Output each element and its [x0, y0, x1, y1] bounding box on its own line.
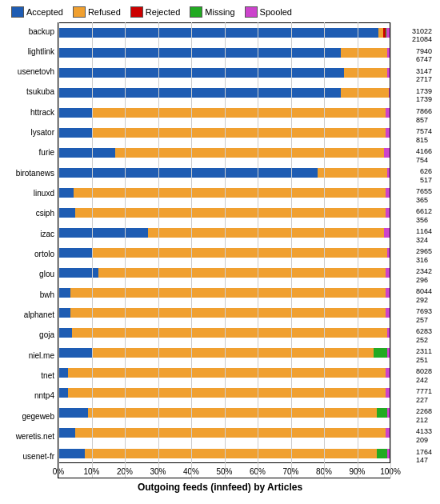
segment-missing: [374, 348, 387, 358]
segment-refused: [68, 388, 385, 398]
bar-value-label: 79406747: [416, 47, 432, 65]
segment-accepted: [58, 128, 92, 138]
segment-accepted: [58, 408, 88, 418]
bars-area: 3102221084794067473147271717391739786685…: [58, 22, 390, 478]
legend-item-accepted: Accepted: [11, 6, 63, 18]
segment-accepted: [58, 28, 378, 38]
bar-value-label: 7574815: [416, 127, 432, 145]
bar-value-label: 8044292: [416, 287, 432, 305]
bar-value-label: 3102221084: [412, 27, 432, 45]
legend-label: Spooled: [260, 7, 292, 17]
bar-value-label: 4133209: [416, 427, 432, 445]
bar-value-label: 2268212: [416, 407, 432, 425]
segment-refused: [92, 108, 386, 118]
y-label-lysator: lysator: [3, 126, 58, 140]
bar-value-label: 2311251: [416, 347, 432, 365]
segment-accepted: [58, 108, 92, 118]
segment-refused: [85, 449, 377, 458]
segment-refused: [75, 428, 386, 438]
segment-accepted: [58, 48, 341, 58]
bar-value-label: 6612356: [416, 207, 432, 225]
legend-color: [11, 6, 24, 18]
segment-accepted: [58, 428, 75, 438]
segment-missing: [377, 408, 386, 418]
segment-accepted: [58, 308, 70, 318]
legend-item-refused: Refused: [73, 6, 121, 18]
bar-value-label: 8028242: [416, 367, 432, 385]
segment-refused: [341, 48, 387, 58]
segment-refused: [92, 248, 387, 258]
grid-line: [225, 22, 226, 478]
y-label-usenetovh: usenetovh: [3, 65, 58, 79]
y-label-csiph: csiph: [3, 206, 58, 221]
legend-color: [73, 6, 86, 18]
bar-value-label: 7866857: [416, 107, 432, 125]
legend-label: Accepted: [26, 7, 63, 17]
segment-accepted: [58, 368, 68, 378]
segment-accepted: [58, 348, 92, 358]
grid-line: [358, 22, 358, 478]
y-label-glou: glou: [3, 267, 58, 282]
grid-line: [191, 22, 192, 478]
legend-color: [130, 6, 143, 18]
bar-value-label: 7693257: [416, 307, 432, 325]
y-label-niel.me: niel.me: [3, 348, 58, 362]
segment-refused: [70, 288, 386, 298]
y-label-backup: backup: [3, 24, 58, 38]
segment-missing: [377, 449, 386, 458]
legend: AcceptedRefusedRejectedMissingSpooled: [3, 6, 437, 18]
segment-accepted: [58, 148, 115, 158]
y-label-usenet-fr: usenet-fr: [3, 450, 58, 464]
bar-value-label: 2965316: [416, 247, 432, 265]
y-label-alphanet: alphanet: [3, 308, 58, 322]
x-axis-title: Outgoing feeds (innfeed) by Articles: [3, 482, 437, 493]
segment-accepted: [58, 388, 68, 398]
bar-value-label: 626517: [420, 167, 432, 185]
y-label-furie: furie: [3, 146, 58, 160]
segment-spooled: [384, 228, 390, 238]
segment-accepted: [58, 88, 341, 98]
grid-line: [158, 22, 159, 478]
y-label-goja: goja: [3, 328, 58, 342]
bar-value-label: 7655365: [416, 187, 432, 205]
bar-value-label: 2342296: [416, 267, 432, 285]
bar-value-label: 1764147: [416, 448, 432, 466]
segment-accepted: [58, 68, 344, 78]
grid-line: [291, 22, 292, 478]
segment-refused: [74, 188, 386, 198]
segment-refused: [92, 128, 386, 138]
bar-value-label: 17391739: [416, 87, 432, 105]
chart-container: AcceptedRefusedRejectedMissingSpooled ba…: [0, 0, 440, 504]
y-axis-labels: backuplightlinkusenetovhtsukubahttrackly…: [3, 22, 58, 478]
segment-accepted: [58, 328, 72, 338]
legend-item-rejected: Rejected: [130, 6, 180, 18]
y-label-httrack: httrack: [3, 105, 58, 119]
legend-item-missing: Missing: [190, 6, 234, 18]
segment-accepted: [58, 449, 85, 458]
y-label-nntp4: nntp4: [3, 389, 58, 403]
y-label-izac: izac: [3, 226, 58, 241]
bar-value-label: 7771227: [416, 387, 432, 405]
y-label-ortolo: ortolo: [3, 247, 58, 262]
legend-color: [190, 6, 202, 18]
segment-refused: [68, 368, 385, 378]
segment-refused: [75, 208, 386, 218]
segment-refused: [72, 328, 387, 338]
legend-label: Refused: [88, 7, 121, 17]
grid-line: [92, 22, 93, 478]
legend-item-spooled: Spooled: [245, 6, 292, 18]
y-label-bwh: bwh: [3, 287, 58, 302]
grid-line: [58, 22, 59, 478]
bar-value-label: 4166754: [416, 147, 432, 165]
y-label-lightlink: lightlink: [3, 44, 58, 58]
segment-accepted: [58, 188, 74, 198]
segment-accepted: [58, 288, 70, 298]
segment-refused: [70, 308, 386, 318]
segment-refused: [318, 168, 387, 178]
legend-label: Rejected: [146, 7, 180, 17]
y-label-weretis.net: weretis.net: [3, 430, 58, 444]
grid-line: [125, 22, 126, 478]
bar-value-label: 1164324: [416, 227, 432, 245]
segment-refused: [344, 68, 387, 78]
segment-accepted: [58, 168, 318, 178]
